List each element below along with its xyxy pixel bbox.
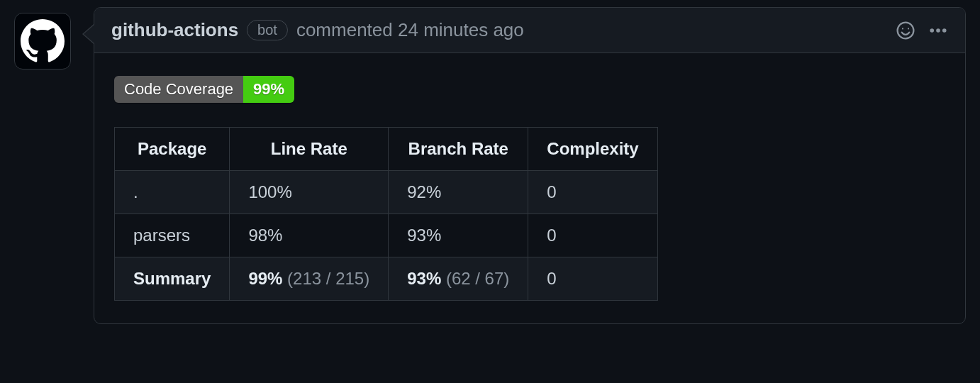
svg-point-1 xyxy=(902,28,903,29)
table-header-row: Package Line Rate Branch Rate Complexity xyxy=(115,128,658,171)
svg-point-3 xyxy=(930,28,934,33)
cell-package: parsers xyxy=(115,214,230,257)
commented-label: commented xyxy=(296,19,393,40)
svg-point-4 xyxy=(936,28,940,33)
cell-complexity: 0 xyxy=(528,214,657,257)
comment-body: Code Coverage 99% Package Line Rate Bran… xyxy=(94,53,965,323)
coverage-badge-label: Code Coverage xyxy=(114,76,243,103)
cell-branch-rate: 92% xyxy=(389,171,528,214)
cell-summary-label: Summary xyxy=(115,257,230,301)
svg-point-0 xyxy=(898,22,914,38)
kebab-menu-button[interactable] xyxy=(928,21,948,40)
kebab-icon xyxy=(928,21,948,40)
svg-point-5 xyxy=(942,28,947,33)
table-summary-row: Summary 99% (213 / 215) 93% (62 / 67) 0 xyxy=(115,257,658,301)
table-row: parsers 98% 93% 0 xyxy=(115,214,658,257)
header-complexity: Complexity xyxy=(528,128,657,171)
header-branch-rate: Branch Rate xyxy=(389,128,528,171)
cell-summary-branch-rate: 93% (62 / 67) xyxy=(389,257,528,301)
coverage-badge-value: 99% xyxy=(243,76,294,103)
cell-complexity: 0 xyxy=(528,171,657,214)
header-package: Package xyxy=(115,128,230,171)
header-line-rate: Line Rate xyxy=(230,128,389,171)
comment-action-text: commented 24 minutes ago xyxy=(296,19,524,41)
cell-line-rate: 98% xyxy=(230,214,389,257)
avatar[interactable] xyxy=(14,13,71,70)
comment-timestamp[interactable]: 24 minutes ago xyxy=(398,19,524,40)
cell-summary-line-rate: 99% (213 / 215) xyxy=(230,257,389,301)
table-row: . 100% 92% 0 xyxy=(115,171,658,214)
add-reaction-button[interactable] xyxy=(896,21,915,40)
cell-summary-complexity: 0 xyxy=(528,257,657,301)
coverage-table: Package Line Rate Branch Rate Complexity… xyxy=(114,127,658,301)
github-icon xyxy=(21,19,65,63)
comment-header: github-actions bot commented 24 minutes … xyxy=(94,8,965,53)
cell-package: . xyxy=(115,171,230,214)
coverage-badge[interactable]: Code Coverage 99% xyxy=(114,76,294,103)
comment-container: github-actions bot commented 24 minutes … xyxy=(94,7,966,324)
svg-point-2 xyxy=(908,28,909,29)
cell-branch-rate: 93% xyxy=(389,214,528,257)
bot-badge: bot xyxy=(247,20,288,40)
cell-line-rate: 100% xyxy=(230,171,389,214)
smiley-icon xyxy=(896,21,915,40)
comment-author[interactable]: github-actions xyxy=(111,19,238,41)
